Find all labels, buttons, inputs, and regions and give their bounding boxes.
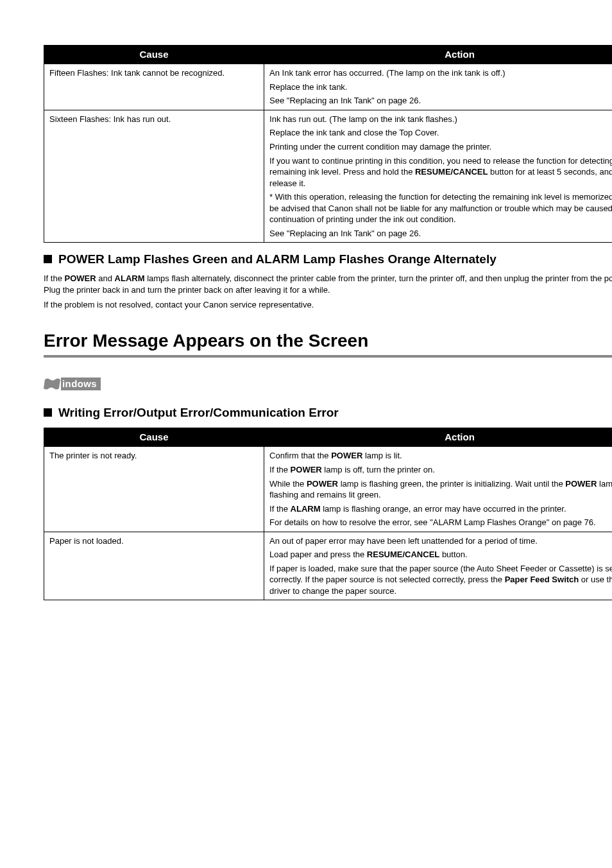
windows-os-label: indows — [44, 376, 101, 392]
t1-r0-cause: Fifteen Flashes: Ink tank cannot be reco… — [44, 64, 264, 110]
windows-text: indows — [61, 378, 101, 390]
square-bullet-icon — [44, 408, 52, 417]
t2-header-action: Action — [264, 428, 612, 447]
windows-flag-icon — [44, 376, 60, 392]
t1-r0-action: An Ink tank error has occurred. (The lam… — [264, 64, 612, 110]
square-bullet-icon — [44, 255, 52, 263]
subsection-heading: POWER Lamp Flashes Green and ALARM Lamp … — [58, 252, 497, 268]
t2-header-cause: Cause — [44, 428, 264, 447]
body-paragraph: If the POWER and ALARM lamps flash alter… — [44, 273, 612, 295]
t1-header-cause: Cause — [44, 46, 264, 64]
t1-r1-cause: Sixteen Flashes: Ink has run out. — [44, 110, 264, 242]
table-row: The printer is not ready. Confirm that t… — [44, 447, 613, 532]
subsection-heading-row: Writing Error/Output Error/Communication… — [44, 405, 612, 421]
t2-r1-cause: Paper is not loaded. — [44, 532, 264, 600]
t2-r0-action: Confirm that the POWER lamp is lit. If t… — [264, 447, 612, 532]
error-table-1: Cause Action Fifteen Flashes: Ink tank c… — [44, 45, 612, 243]
subsection-heading-row: POWER Lamp Flashes Green and ALARM Lamp … — [44, 252, 612, 268]
t1-header-action: Action — [264, 46, 612, 64]
t2-r1-action: An out of paper error may have been left… — [264, 532, 612, 600]
subsection-heading: Writing Error/Output Error/Communication… — [58, 405, 339, 421]
section-divider — [44, 355, 612, 358]
error-table-2: Cause Action The printer is not ready. C… — [44, 428, 612, 600]
table-row: Fifteen Flashes: Ink tank cannot be reco… — [44, 64, 613, 110]
t1-r1-action: Ink has run out. (The lamp on the ink ta… — [264, 110, 612, 242]
table-row: Sixteen Flashes: Ink has run out. Ink ha… — [44, 110, 613, 242]
table-row: Paper is not loaded. An out of paper err… — [44, 532, 613, 600]
t2-r0-cause: The printer is not ready. — [44, 447, 264, 532]
body-paragraph: If the problem is not resolved, contact … — [44, 299, 612, 311]
section-title: Error Message Appears on the Screen — [44, 329, 612, 353]
